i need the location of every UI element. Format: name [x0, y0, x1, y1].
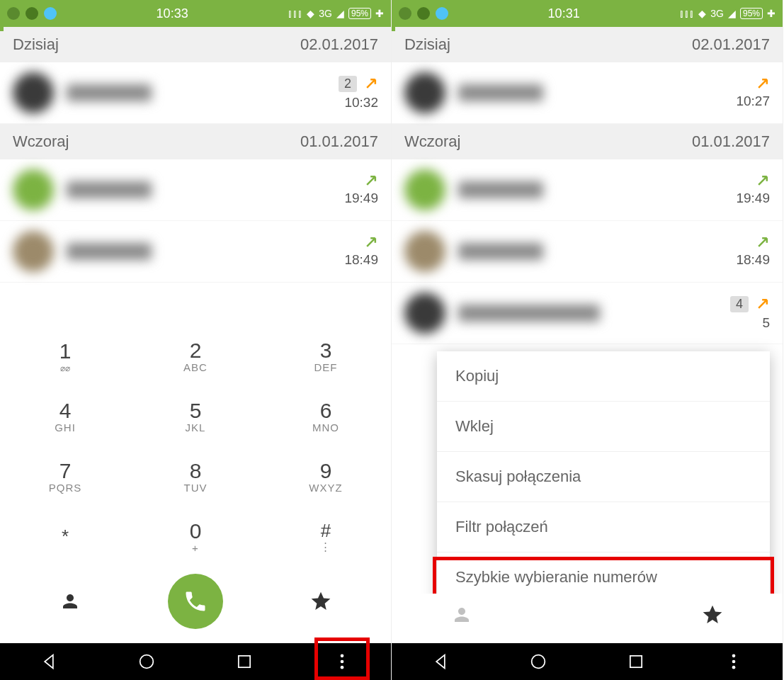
- shield-icon: [25, 7, 38, 20]
- avatar: [404, 293, 445, 334]
- outgoing-call-icon: [756, 76, 770, 91]
- dial-key-hash[interactable]: #⋮: [261, 506, 391, 567]
- call-item[interactable]: 19:49: [0, 159, 391, 221]
- contacts-button[interactable]: [448, 601, 476, 629]
- section-label: Dzisiaj: [13, 35, 59, 54]
- outgoing-call-icon: [756, 235, 770, 249]
- section-header-yesterday: Wczoraj 01.01.2017: [392, 124, 783, 159]
- call-item[interactable]: 10:27: [392, 62, 783, 124]
- status-bar: 10:33 ⫿⫿⫿ ◆ 3G ◢ 95% ✚: [0, 0, 391, 27]
- call-item[interactable]: 4 5: [392, 283, 783, 344]
- contacts-button[interactable]: [56, 587, 84, 616]
- section-label: Dzisiaj: [404, 35, 450, 54]
- call-item[interactable]: 18:49: [392, 221, 783, 283]
- network-label: 3G: [319, 8, 332, 19]
- call-count-badge: 4: [730, 296, 749, 312]
- navigation-bar: [392, 643, 783, 680]
- svg-point-4: [341, 666, 344, 669]
- section-date: 02.01.2017: [692, 35, 770, 54]
- avatar: [13, 72, 54, 113]
- svg-point-3: [341, 660, 344, 664]
- call-item[interactable]: 19:49: [392, 159, 783, 221]
- section-label: Wczoraj: [404, 132, 460, 151]
- dialpad: 1⌀⌀ 2ABC 3DEF 4GHI 5JKL 6MNO 7PQRS 8TUV …: [0, 319, 391, 643]
- network-label: 3G: [710, 8, 724, 19]
- menu-item-delete-calls[interactable]: Skasuj połączenia: [437, 452, 770, 502]
- dial-key-5[interactable]: 5JKL: [130, 386, 261, 446]
- status-time: 10:31: [448, 6, 679, 21]
- outgoing-call-icon: [364, 174, 378, 188]
- section-header-today: Dzisiaj 02.01.2017: [0, 27, 391, 62]
- svg-point-7: [732, 654, 736, 658]
- svg-point-9: [732, 666, 736, 669]
- menu-item-paste[interactable]: Wklej: [437, 402, 770, 452]
- notification-icon: [7, 7, 20, 20]
- call-time: 19:49: [344, 191, 378, 206]
- status-time: 10:33: [57, 6, 288, 21]
- call-time: 18:49: [344, 252, 378, 268]
- call-time: 10:32: [344, 95, 378, 110]
- outgoing-call-icon: [756, 174, 770, 188]
- svg-point-2: [341, 654, 344, 658]
- section-date: 01.01.2017: [300, 132, 378, 151]
- overflow-menu: Kopiuj Wklej Skasuj połączenia Filtr poł…: [437, 351, 770, 594]
- dial-key-4[interactable]: 4GHI: [0, 386, 130, 446]
- dial-key-7[interactable]: 7PQRS: [0, 446, 130, 506]
- call-time: 10:27: [736, 94, 770, 109]
- call-time: 18:49: [736, 252, 770, 268]
- menu-item-call-filter[interactable]: Filtr połączeń: [437, 502, 770, 552]
- section-date: 02.01.2017: [300, 35, 378, 54]
- section-header-yesterday: Wczoraj 01.01.2017: [0, 124, 391, 159]
- overflow-menu-button[interactable]: [332, 652, 352, 672]
- recent-button[interactable]: [234, 652, 254, 672]
- outgoing-call-icon: [364, 235, 378, 249]
- dial-key-9[interactable]: 9WXYZ: [261, 446, 391, 506]
- home-button[interactable]: [528, 652, 548, 672]
- dial-key-6[interactable]: 6MNO: [261, 386, 391, 446]
- call-count-badge: 2: [339, 76, 357, 92]
- signal-icon: ◢: [728, 8, 736, 19]
- call-list: Dzisiaj 02.01.2017 2 10:32 Wczoraj 01.01…: [0, 27, 391, 319]
- menu-item-speed-dial[interactable]: Szybkie wybieranie numerów: [437, 552, 770, 594]
- call-list: Dzisiaj 02.01.2017 10:27 Wczoraj 01.01.2…: [392, 27, 783, 594]
- call-item[interactable]: 2 10:32: [0, 62, 391, 124]
- dial-key-1[interactable]: 1⌀⌀: [0, 326, 130, 386]
- avatar: [13, 169, 54, 210]
- section-header-today: Dzisiaj 02.01.2017: [392, 27, 783, 62]
- status-bar: 10:31 ⫿⫿⫿ ◆ 3G ◢ 95% ✚: [392, 0, 783, 27]
- call-item[interactable]: 18:49: [0, 221, 391, 283]
- menu-item-copy[interactable]: Kopiuj: [437, 351, 770, 402]
- tab-indicator: [0, 27, 4, 31]
- phone-left: 10:33 ⫿⫿⫿ ◆ 3G ◢ 95% ✚ Dzisiaj 02.01.201…: [0, 0, 392, 680]
- favorites-button[interactable]: [307, 587, 335, 616]
- dial-key-0[interactable]: 0+: [130, 506, 261, 567]
- wifi-icon: ◆: [307, 8, 314, 19]
- svg-rect-1: [239, 656, 250, 667]
- vibrate-icon: ⫿⫿⫿: [679, 8, 694, 19]
- avatar: [404, 169, 445, 210]
- dial-key-star[interactable]: *: [0, 506, 130, 567]
- svg-rect-6: [630, 656, 642, 667]
- battery-indicator: 95%: [740, 8, 763, 19]
- vibrate-icon: ⫿⫿⫿: [288, 8, 302, 19]
- recent-button[interactable]: [626, 652, 646, 672]
- back-button[interactable]: [39, 652, 59, 672]
- overflow-menu-button[interactable]: [724, 652, 744, 672]
- avatar: [404, 72, 445, 113]
- svg-point-8: [732, 660, 736, 664]
- outgoing-call-icon: [364, 76, 378, 91]
- section-label: Wczoraj: [13, 132, 69, 151]
- svg-point-0: [140, 655, 154, 669]
- navigation-bar: [0, 643, 391, 680]
- dial-key-3[interactable]: 3DEF: [261, 326, 391, 386]
- call-time: 5: [762, 315, 770, 331]
- favorites-button[interactable]: [698, 601, 727, 629]
- call-button[interactable]: [168, 574, 223, 629]
- home-button[interactable]: [137, 652, 157, 672]
- outgoing-call-icon: [756, 297, 770, 311]
- dial-key-8[interactable]: 8TUV: [130, 446, 261, 506]
- tab-indicator: [392, 27, 395, 31]
- back-button[interactable]: [431, 652, 450, 672]
- dial-key-2[interactable]: 2ABC: [130, 326, 261, 386]
- notification-icon: [399, 7, 411, 20]
